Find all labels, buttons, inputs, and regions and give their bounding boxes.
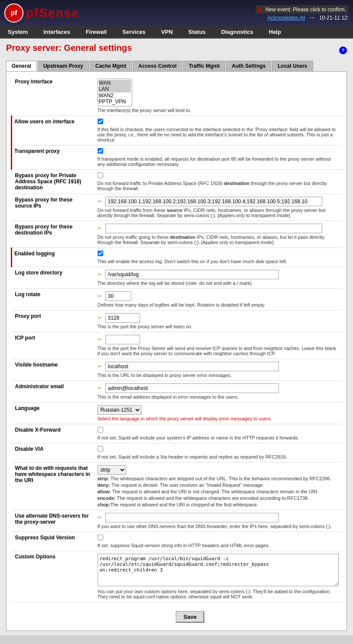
- help-admin-email: This is the email address displayed in e…: [98, 394, 339, 400]
- row-log-rotate: Log rotate Defines how many days of logf…: [12, 288, 343, 310]
- row-disable-xforward: Disable X-Forward If not set, Squid will…: [12, 424, 343, 443]
- help-transparent-proxy: If transparent mode is enabled, all requ…: [98, 156, 339, 167]
- logo-prefix: pf: [26, 6, 39, 20]
- nav-vpn[interactable]: VPN: [154, 26, 181, 38]
- pencil-icon-log-rotate: [98, 293, 104, 299]
- label-icp-port: ICP port: [12, 332, 94, 359]
- checkbox-transparent-proxy[interactable]: [98, 148, 103, 154]
- datetime: 10-21-11 12:: [319, 15, 349, 21]
- page-title: Proxy server: General settings: [6, 43, 132, 53]
- help-bypass-private: Do not forward traffic to Private Addres…: [98, 181, 339, 191]
- row-bypass-source: Bypass proxy for these source IPs Do not…: [12, 194, 343, 221]
- tabs: General Upstream Proxy Cache Mgmt Access…: [6, 61, 347, 71]
- help-suppress-version: If set, suppress Squid version string in…: [98, 543, 339, 548]
- row-suppress-version: Suppress Squid Version If set, suppress …: [12, 532, 343, 551]
- value-log-store: The directory where the log will be stor…: [94, 267, 343, 288]
- label-language: Language: [12, 402, 94, 424]
- input-bypass-source[interactable]: [105, 197, 322, 206]
- tab-general[interactable]: General: [6, 61, 37, 71]
- tab-traffic-mgmt[interactable]: Traffic Mgmt: [183, 61, 225, 71]
- label-log-store: Log store directory: [12, 267, 94, 288]
- help-whitespace-encode: encode: The request is allowed and the w…: [98, 495, 339, 501]
- pencil-icon-dest: [98, 225, 104, 231]
- option-lan[interactable]: LAN: [99, 86, 131, 92]
- help-log-store: The directory where the log will be stor…: [98, 281, 339, 286]
- help-whitespace-strip: strip: The whitespace characters are str…: [98, 476, 339, 481]
- pencil-icon-source: [98, 198, 104, 205]
- checkbox-disable-xforward[interactable]: [98, 427, 103, 433]
- value-bypass-private: Do not forward traffic to Private Addres…: [94, 169, 343, 194]
- input-alternate-dns[interactable]: [105, 513, 279, 522]
- label-allow-users: Allow users on interface: [12, 116, 94, 145]
- row-visible-hostname: Visible hostname This is the URL to be d…: [12, 359, 343, 380]
- label-whitespace: What to do with requests that have white…: [12, 462, 94, 510]
- row-alternate-dns: Use alternate DNS-servers for the proxy-…: [12, 510, 343, 532]
- input-log-rotate[interactable]: [105, 291, 131, 301]
- tab-access-control[interactable]: Access Control: [133, 61, 182, 71]
- input-icp-port[interactable]: [105, 335, 140, 344]
- input-visible-hostname[interactable]: [105, 362, 279, 371]
- pencil-icon-hostname: [98, 363, 104, 370]
- value-disable-via: If not set, Squid will include a Via hea…: [94, 443, 343, 462]
- help-bypass-source: Do not forward traffic from these source…: [98, 208, 339, 218]
- textarea-custom-options[interactable]: redirect_program /usr/local/bin/squidGua…: [98, 554, 339, 586]
- label-bypass-source: Bypass proxy for these source IPs: [12, 194, 94, 221]
- help-proxy-port: This is the port the proxy server will l…: [98, 324, 339, 329]
- row-icp-port: ICP port This is the port the Proxy Serv…: [12, 332, 343, 359]
- tab-upstream-proxy[interactable]: Upstream Proxy: [38, 61, 89, 71]
- row-enabled-logging: Enabled logging This will enable the acc…: [12, 248, 343, 267]
- value-log-rotate: Defines how many days of logfiles will b…: [94, 288, 343, 310]
- nav-system[interactable]: System: [0, 26, 36, 38]
- checkbox-disable-via[interactable]: [98, 446, 103, 452]
- pencil-icon-dns: [98, 515, 104, 521]
- nav-services[interactable]: Services: [114, 26, 154, 38]
- tab-local-users[interactable]: Local Users: [272, 61, 313, 71]
- tab-cache-mgmt[interactable]: Cache Mgmt: [90, 61, 132, 71]
- nav-firewall[interactable]: Firewall: [78, 26, 114, 38]
- value-bypass-source: Do not forward traffic from these source…: [94, 194, 343, 221]
- save-button[interactable]: Save: [176, 611, 204, 623]
- value-language: Russian-1251 English French Select the l…: [94, 402, 343, 424]
- select-language[interactable]: Russian-1251 English French: [98, 405, 141, 415]
- checkbox-allow-users[interactable]: [98, 119, 103, 124]
- ack-bar: Acknowledge All ⋯ 10-21-11 12:: [255, 15, 349, 21]
- logo-text: pfSense: [26, 6, 79, 20]
- select-whitespace[interactable]: strip deny allow encode chop: [98, 465, 126, 475]
- nav-diagnostics[interactable]: Diagnostics: [213, 26, 261, 38]
- proxy-interface-select[interactable]: WAN LAN WAN2 PPTP_VPN: [98, 79, 132, 106]
- separator: ⋯: [310, 15, 315, 21]
- option-wan2[interactable]: WAN2: [99, 92, 131, 99]
- checkbox-suppress-version[interactable]: [98, 535, 103, 540]
- event-bar: ▶ New event: Please click to confirm.: [255, 5, 349, 14]
- help-whitespace-deny: deny: The request is denied. The user re…: [98, 482, 339, 488]
- help-alternate-dns: If you want to use other DNS-servers tha…: [98, 524, 339, 529]
- help-language: Select the language in which the proxy s…: [98, 416, 339, 421]
- input-log-store[interactable]: [105, 270, 279, 279]
- input-bypass-dest[interactable]: [105, 224, 322, 233]
- checkbox-enabled-logging[interactable]: [98, 251, 103, 256]
- label-custom-options: Custom Options: [12, 551, 94, 602]
- option-wan[interactable]: WAN: [99, 80, 131, 86]
- value-custom-options: redirect_program /usr/local/bin/squidGua…: [94, 551, 343, 602]
- checkbox-bypass-private[interactable]: [98, 172, 103, 178]
- tab-auth-settings[interactable]: Auth Settings: [226, 61, 271, 71]
- row-bypass-private: Bypass proxy for Private Address Space (…: [12, 169, 343, 194]
- value-whitespace: strip deny allow encode chop strip: The …: [94, 462, 343, 510]
- input-admin-email[interactable]: [105, 383, 279, 393]
- page-content: Proxy server: General settings ? General…: [0, 39, 353, 635]
- navbar: System Interfaces Firewall Services VPN …: [0, 26, 353, 39]
- nav-help[interactable]: Help: [261, 26, 289, 38]
- settings-table: Proxy interface WAN LAN WAN2 PPTP_VPN Th…: [11, 76, 342, 602]
- pencil-icon-log-store: [98, 271, 104, 277]
- row-language: Language Russian-1251 English French Sel…: [12, 402, 343, 424]
- option-pptp[interactable]: PPTP_VPN: [99, 99, 131, 105]
- label-bypass-dest: Bypass proxy for these destination IPs: [12, 221, 94, 248]
- input-proxy-port[interactable]: [105, 313, 140, 323]
- form-area: Proxy interface WAN LAN WAN2 PPTP_VPN Th…: [6, 71, 347, 631]
- value-visible-hostname: This is the URL to be displayed in proxy…: [94, 359, 343, 380]
- help-icon[interactable]: ?: [339, 46, 347, 54]
- nav-interfaces[interactable]: Interfaces: [36, 26, 78, 38]
- nav-status[interactable]: Status: [180, 26, 213, 38]
- header-right: ▶ New event: Please click to confirm. Ac…: [255, 5, 349, 21]
- acknowledge-link[interactable]: Acknowledge All: [268, 15, 305, 21]
